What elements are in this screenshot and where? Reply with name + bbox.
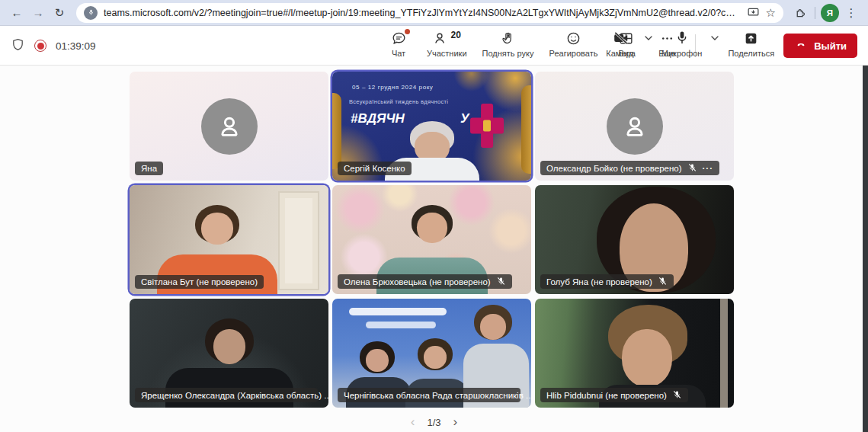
window-edge-strip (863, 66, 868, 432)
raise-hand-button[interactable]: Поднять руку (482, 29, 534, 58)
extensions-icon[interactable] (791, 4, 809, 22)
participants-button[interactable]: 20 Участники (427, 29, 467, 58)
avatar (201, 98, 258, 155)
record-icon (34, 40, 46, 52)
share-icon (743, 29, 759, 47)
video-banner-text (366, 322, 436, 328)
bookmark-star-icon[interactable]: ☆ (766, 6, 776, 20)
url-text: teams.microsoft.com/v2/?meetingjoin=true… (104, 8, 741, 18)
participant-tile-sergiy-kosenko[interactable]: 05 – 12 грудня 2024 року Всеукраїнський … (332, 72, 531, 181)
armed-forces-emblem (470, 104, 504, 148)
chat-button[interactable]: Чат (386, 29, 412, 58)
react-button[interactable]: Реагировать (549, 29, 598, 58)
mic-button[interactable]: Микрофон (661, 29, 703, 58)
tile-more-options-button[interactable]: ··· (703, 164, 714, 173)
mic-muted-icon (672, 390, 682, 400)
participant-tile-yana[interactable]: Яна (130, 72, 328, 181)
site-info-icon[interactable] (84, 6, 98, 20)
participant-name-badge: Олександр Бойко (не проверено) ··· (540, 161, 719, 175)
share-button[interactable]: Поделиться (728, 29, 774, 58)
banner-title-text: Всеукраїнський тиждень вдячності (349, 98, 448, 105)
participant-name-badge: Сергій Косенко (338, 162, 412, 175)
mic-icon (674, 29, 690, 47)
raise-hand-icon (500, 29, 516, 47)
video-person-face (424, 346, 447, 369)
participant-tile-svitlana-but[interactable]: Світлана Бут (не проверено) (130, 185, 328, 294)
camera-off-icon (613, 29, 629, 47)
camera-options-chevron[interactable] (645, 36, 652, 40)
participant-tile-chernihiv-council[interactable]: Чернігівська обласна Рада старшокласникі… (332, 299, 531, 408)
participant-tile-golub-yana[interactable]: Голуб Яна (не проверено) (535, 185, 734, 294)
participant-name-badge: Яна (135, 162, 163, 175)
video-person-face (213, 329, 245, 364)
chat-notification-badge (405, 29, 410, 34)
grid-pagination: ‹ 1/3 › (411, 414, 457, 430)
mic-options-chevron[interactable] (711, 36, 719, 40)
avatar (607, 98, 663, 155)
banner-hashtag-right: У (460, 111, 469, 126)
participant-tile-hlib-piddubnui[interactable]: Hlib Piddubnui (не проверено) (535, 299, 734, 408)
video-person-face (201, 213, 233, 245)
camera-button[interactable]: Камера (606, 29, 635, 58)
participant-name-badge: Ярещенко Олександра (Харківська область)… (135, 388, 318, 402)
video-person-face (366, 349, 389, 372)
participant-name-badge: Олена Брюховецька (не проверено) (338, 274, 512, 289)
participant-name-badge: Голуб Яна (не проверено) (540, 274, 674, 289)
mic-muted-icon (496, 277, 506, 286)
mic-muted-icon (658, 277, 668, 286)
video-person-face (622, 329, 672, 387)
cast-icon[interactable] (747, 6, 760, 19)
previous-page-button[interactable]: ‹ (411, 414, 415, 430)
react-smiley-icon (565, 29, 581, 47)
privacy-shield-icon (11, 37, 25, 55)
banner-hashtag-left: #ВДЯЧН (351, 111, 405, 126)
participant-tile-yareshchenko-oleksandra[interactable]: Ярещенко Олександра (Харківська область)… (130, 299, 328, 408)
browser-profile-avatar[interactable]: Я (821, 4, 839, 22)
meeting-stage: Яна 05 – 12 грудня 2024 року Всеукраїнсь… (0, 66, 868, 432)
browser-refresh-button[interactable]: ↻ (50, 4, 69, 22)
chat-icon (391, 29, 407, 47)
browser-toolbar: ← → ↻ teams.microsoft.com/v2/?meetingjoi… (0, 0, 868, 26)
next-page-button[interactable]: › (453, 414, 458, 430)
video-background-door (278, 191, 319, 290)
meeting-status-group: 01:39:09 (11, 26, 96, 66)
browser-forward-button[interactable]: → (29, 4, 47, 22)
toolbar-divider (815, 7, 815, 19)
person-icon (619, 110, 651, 142)
participant-tile-olena-briukhovetska[interactable]: Олена Брюховецька (не проверено) (332, 185, 531, 294)
video-background (720, 299, 728, 408)
participant-name-badge: Світлана Бут (не проверено) (135, 275, 264, 289)
banner-dates-text: 05 – 12 грудня 2024 року (352, 84, 433, 91)
address-bar[interactable]: teams.microsoft.com/v2/?meetingjoin=true… (76, 3, 783, 23)
participants-count: 20 (451, 30, 461, 40)
video-person-face (480, 314, 506, 340)
meeting-toolbar: 01:39:09 Чат 20 Участники Поднять руку (0, 26, 868, 66)
participant-tile-oleksandr-boyko[interactable]: Олександр Бойко (не проверено) ··· (535, 72, 734, 181)
browser-menu-button[interactable]: ⋮ (842, 4, 860, 22)
meeting-timer: 01:39:09 (56, 40, 96, 52)
phone-hangup-icon (794, 40, 808, 52)
video-grid: Яна 05 – 12 грудня 2024 року Всеукраїнсь… (130, 72, 734, 408)
participants-icon: 20 (433, 29, 461, 47)
participant-name-badge: Чернігівська обласна Рада старшокласникі… (338, 388, 520, 402)
meeting-controls-right: Камера Микрофон Поделиться Выйти (606, 29, 857, 58)
video-banner-text (349, 308, 447, 315)
leave-button[interactable]: Выйти (783, 34, 857, 58)
page-indicator: 1/3 (427, 417, 440, 428)
person-icon (213, 110, 245, 142)
participant-name-badge: Hlib Piddubnui (не проверено) (540, 388, 688, 402)
video-person-face (417, 213, 447, 243)
browser-back-button[interactable]: ← (8, 4, 26, 22)
mic-muted-icon (687, 163, 697, 173)
